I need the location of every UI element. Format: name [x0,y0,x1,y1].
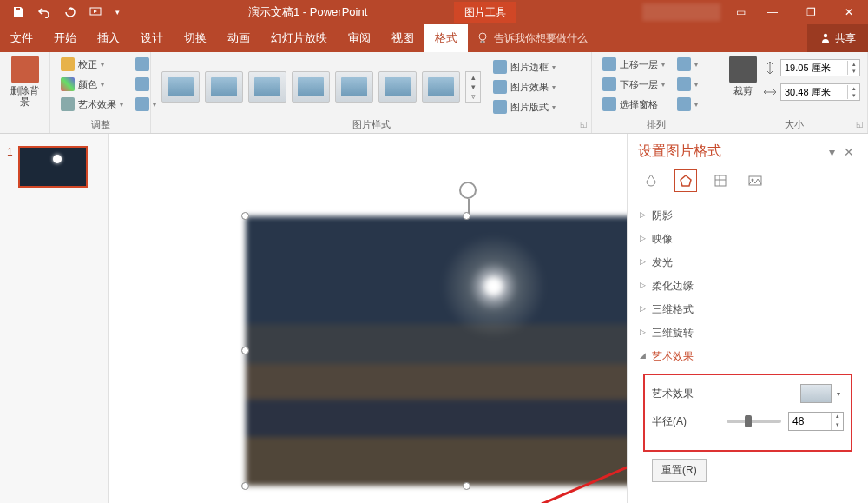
tab-animations[interactable]: 动画 [217,24,260,52]
bring-forward-button[interactable]: 上移一层▾ [599,56,668,73]
pane-menu-icon[interactable]: ▾ [823,145,840,159]
fill-line-icon[interactable] [640,169,662,192]
slide-thumbnail-pane[interactable]: 1 [0,134,108,503]
height-down[interactable]: ▾ [848,68,859,75]
align-button[interactable]: ▾ [674,56,701,73]
section-soft-edges[interactable]: 柔化边缘 [640,275,856,298]
artistic-preset-picker[interactable] [800,384,832,403]
color-button[interactable]: 颜色▾ [57,76,127,93]
tab-review[interactable]: 审阅 [338,24,381,52]
group-label-adjust: 调整 [91,119,110,129]
width-field[interactable] [781,87,847,97]
resize-handle-sw[interactable] [241,482,249,490]
tab-slideshow[interactable]: 幻灯片放映 [260,24,338,52]
tab-format[interactable]: 格式 [424,24,468,52]
redo-icon[interactable] [61,3,80,22]
tab-insert[interactable]: 插入 [87,24,130,52]
radius-label: 半径(A) [652,414,720,429]
send-backward-button[interactable]: 下移一层▾ [599,76,668,93]
start-from-beginning-icon[interactable] [87,3,106,22]
minimize-button[interactable]: — [753,0,792,24]
selection-pane-button[interactable]: 选择窗格 [599,96,668,113]
picture-layout-button[interactable]: 图片版式▾ [490,98,559,116]
slide-number: 1 [7,146,13,188]
picture-props-icon[interactable] [744,169,766,192]
style-thumb[interactable] [161,71,200,103]
pane-title: 设置图片格式 [638,142,823,161]
share-button[interactable]: 共享 [807,24,868,52]
corrections-button[interactable]: 校正▾ [57,56,127,73]
width-up[interactable]: ▴ [848,85,859,92]
style-thumb[interactable] [422,71,460,103]
crop-icon [729,56,757,83]
section-glow[interactable]: 发光 [640,251,856,275]
style-thumb[interactable] [292,71,330,103]
artistic-preset-dropdown[interactable]: ▾ [832,384,844,403]
height-up[interactable]: ▴ [848,61,859,68]
picture-effects-button[interactable]: 图片效果▾ [490,78,559,96]
section-3d-rotation[interactable]: 三维旋转 [640,321,856,345]
reset-button[interactable]: 重置(R) [652,459,707,482]
slide-canvas[interactable] [108,134,627,503]
svg-point-2 [824,34,827,37]
section-artistic-effects[interactable]: 艺术效果 [640,345,856,368]
remove-background-button[interactable]: 删除背景 [7,56,43,108]
slide-thumbnail[interactable]: 1 [7,146,101,188]
group-icon [677,77,691,91]
section-reflection[interactable]: 映像 [640,228,856,251]
tab-home[interactable]: 开始 [43,24,87,52]
style-thumb[interactable] [248,71,286,103]
slide-preview[interactable] [18,146,88,188]
radius-input[interactable]: ▴▾ [788,412,844,431]
rotate-icon [677,97,691,111]
picture-styles-gallery: ▴▾▿ [158,68,484,106]
qat-customize-icon[interactable]: ▾ [113,3,122,22]
tab-design[interactable]: 设计 [130,24,174,52]
picture-border-button[interactable]: 图片边框▾ [490,58,559,76]
gallery-down[interactable]: ▾ [466,82,480,91]
radius-field[interactable] [789,413,831,430]
tab-file[interactable]: 文件 [0,24,43,52]
pane-close-button[interactable]: ✕ [840,145,858,159]
selected-picture[interactable] [246,216,627,486]
undo-icon[interactable] [35,3,54,22]
rotate-button[interactable]: ▾ [674,96,701,113]
restore-button[interactable]: ❐ [792,0,830,24]
tab-view[interactable]: 视图 [381,24,424,52]
resize-handle-nw[interactable] [241,212,249,220]
user-account-area[interactable] [642,3,720,21]
size-props-icon[interactable] [709,169,732,192]
size-dialog-launcher[interactable]: ◱ [856,120,864,129]
width-input[interactable]: ▴▾ [780,83,860,101]
width-down[interactable]: ▾ [848,92,859,99]
resize-handle-s[interactable] [463,482,470,490]
slider-thumb[interactable] [745,415,752,427]
style-thumb[interactable] [378,71,417,103]
resize-handle-n[interactable] [463,212,470,220]
ribbon-options-icon[interactable]: ▭ [727,6,753,18]
radius-slider[interactable] [727,420,781,423]
close-button[interactable]: ✕ [830,0,868,24]
crop-button[interactable]: 裁剪 [727,56,758,96]
styles-dialog-launcher[interactable]: ◱ [580,120,588,129]
style-thumb[interactable] [205,71,243,103]
section-3d-format[interactable]: 三维格式 [640,298,856,321]
effects-category-icon[interactable] [674,169,697,192]
section-shadow[interactable]: 阴影 [640,204,856,228]
title-bar: ▾ 演示文稿1 - PowerPoint 图片工具 ▭ — ❐ ✕ [0,0,868,24]
tell-me[interactable]: 告诉我你想要做什么 [468,24,596,52]
radius-up[interactable]: ▴ [832,413,843,421]
group-button[interactable]: ▾ [674,76,701,93]
rotate-handle[interactable] [459,182,477,199]
tab-transitions[interactable]: 切换 [174,24,217,52]
radius-down[interactable]: ▾ [832,421,843,430]
gallery-up[interactable]: ▴ [466,72,480,82]
backward-icon [602,77,616,91]
artistic-effects-button[interactable]: 艺术效果▾ [57,96,127,113]
gallery-expand[interactable]: ▿ [466,92,480,102]
height-input[interactable]: ▴▾ [780,59,860,76]
save-icon[interactable] [9,3,28,22]
resize-handle-w[interactable] [241,347,249,354]
height-field[interactable] [781,63,847,73]
style-thumb[interactable] [335,71,373,103]
